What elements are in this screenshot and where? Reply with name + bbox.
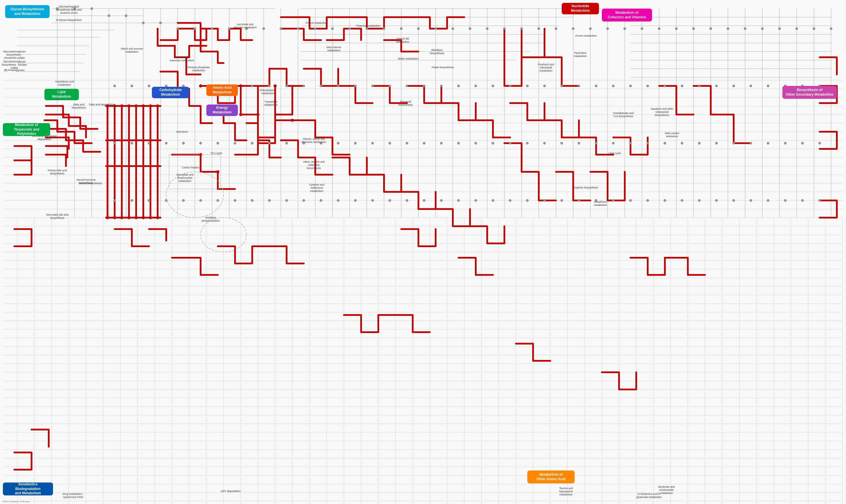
svg-point-257 [114,142,116,144]
svg-point-186 [348,28,351,30]
svg-point-274 [406,142,408,144]
category-label-other_amino_acid[interactable]: Metabolism of Other Amino Acid [527,470,575,483]
svg-point-315 [389,199,391,202]
svg-point-178 [211,28,213,30]
svg-point-285 [595,142,597,144]
svg-point-232 [406,85,408,87]
pathway-label-21: D-Glutamine and D-glutamate metabolism [636,492,662,499]
svg-point-177 [194,28,196,30]
svg-point-283 [560,142,563,144]
svg-point-238 [509,85,511,87]
svg-point-316 [406,199,408,202]
category-label-energy[interactable]: Energy Metabolism [206,105,238,116]
svg-point-296 [784,142,787,144]
svg-point-338 [784,199,787,202]
svg-point-172 [108,15,110,17]
svg-point-188 [383,28,385,30]
svg-point-359 [257,113,259,116]
svg-point-288 [646,142,649,144]
pathway-label-1: N-Glycan biosynthesis [56,19,82,22]
pathway-label-2: Glycosaminoglycan biosynthesis - chondro… [1,50,27,59]
pathway-label-45: beta-Lactam resistance [659,132,685,138]
svg-point-174 [142,22,144,24]
svg-point-216 [131,85,133,87]
pathway-label-7: Pentose phosphate metabolism [186,66,211,72]
category-label-secondary_metabolites[interactable]: Biosynthesis of Other Secondary Metaboli… [782,86,837,99]
svg-point-234 [440,85,443,87]
svg-point-259 [148,142,150,144]
pathway-label-33: Primary bile acid biosynthesis [45,169,70,175]
svg-point-331 [664,199,666,202]
svg-point-251 [732,85,735,87]
svg-point-350 [113,216,116,219]
svg-point-208 [727,28,729,30]
svg-point-184 [314,28,316,30]
svg-point-364 [199,85,202,87]
pathway-label-32: Steroid hormone biosynthesis [73,178,99,185]
pathway-label-6: Fatty acid degradation [89,103,115,106]
svg-point-194 [486,28,488,30]
svg-point-351 [120,216,123,219]
pathway-label-44: Pantothenate and CoA biosynthesis [610,112,636,118]
svg-point-277 [457,142,460,144]
svg-point-182 [280,28,282,30]
svg-point-236 [474,85,477,87]
svg-point-189 [400,28,402,30]
svg-point-278 [474,142,477,144]
svg-point-357 [239,85,242,87]
pathway-label-22: Taurine and hypotaurine metabolism [553,487,579,496]
svg-point-348 [156,105,159,107]
svg-point-329 [629,199,632,202]
svg-point-243 [595,85,597,87]
metabolic-map: Glycan Biosynthesis and MetabolismLipid … [0,0,846,504]
svg-point-291 [698,142,701,144]
pathway-label-36: Glyoxylate and dicarboxylate metabolism [172,173,198,182]
svg-point-230 [372,85,374,87]
pathway-label-39: Ascorbate and aldarate metabolism [232,23,258,29]
svg-point-201 [606,28,609,30]
category-label-glycan[interactable]: Glycan Biosynthesis and Metabolism [5,5,50,18]
category-label-xenobiotics[interactable]: Xenobiotics Biodegradation and Metabolis… [3,483,53,496]
svg-point-304 [200,199,202,202]
svg-point-352 [127,216,131,219]
copyright-text: KEGG Metabolic Pathways [2,500,30,503]
svg-point-301 [148,199,150,202]
svg-point-293 [732,142,735,144]
pathway-label-25: Glycine, serine and threonine metabolism [301,138,327,144]
svg-point-297 [801,142,804,144]
svg-point-360 [274,85,277,87]
svg-point-206 [692,28,695,30]
svg-point-261 [182,142,185,144]
svg-point-271 [354,142,357,144]
svg-point-197 [538,28,540,30]
category-label-terpenoids[interactable]: Metabolism of Terpenoids and Polyketides [3,123,50,136]
svg-point-215 [114,85,116,87]
svg-point-287 [629,142,632,144]
pathway-label-4: [B] Proteoglycans [1,69,27,72]
pathway-label-37: Starch and sucrose metabolism [119,47,145,54]
pathway-label-29: Tryptophan metabolism [258,100,284,107]
category-label-amino_acid[interactable]: Amino Acid Metabolism [206,85,238,96]
svg-point-249 [698,85,701,87]
svg-point-193 [469,28,471,30]
category-label-lipid[interactable]: Lipid Metabolism [45,89,79,100]
svg-point-247 [664,85,666,87]
svg-point-343 [120,105,123,107]
category-label-nucleotide[interactable]: Nucleotide Metabolism [562,3,599,14]
pathway-label-41: Folate biosynthesis [430,66,456,69]
pathway-label-28: Phenylalanine metabolism [255,89,281,95]
svg-point-175 [159,22,162,24]
svg-point-300 [131,199,133,202]
svg-point-229 [354,85,357,87]
svg-point-320 [474,199,477,202]
pathway-label-9: Proline metabolism [304,21,330,25]
svg-point-246 [646,85,649,87]
pathway-label-27: Valine, leucine and isoleucine biosynthe… [301,160,327,169]
svg-point-224 [268,85,271,87]
svg-point-226 [303,85,305,87]
svg-point-340 [818,199,821,202]
svg-point-195 [503,28,505,30]
category-label-carbohydrate[interactable]: Carbohydrate Metabolism [152,87,189,98]
pathway-label-0: Glycosphingolipid biosynthesis-lacto and… [56,5,82,14]
category-label-cofactors[interactable]: Metabolism of Cofactors and Vitamins [602,8,652,21]
